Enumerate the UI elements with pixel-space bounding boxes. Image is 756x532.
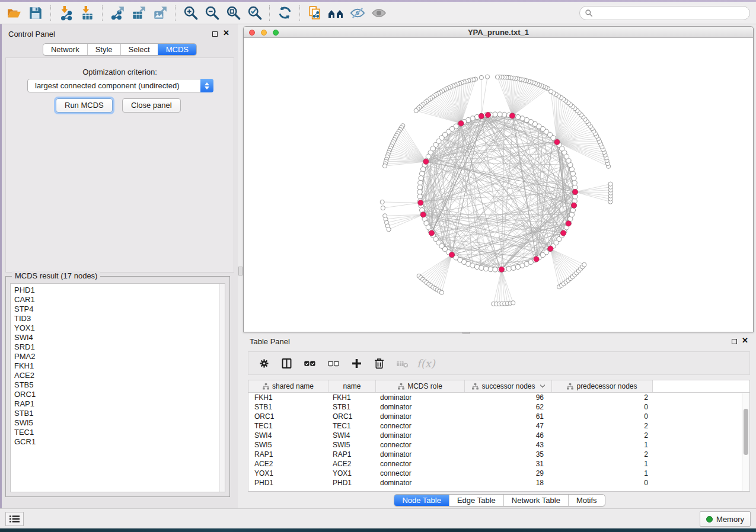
toolbar-separator	[50, 5, 51, 21]
result-scrollbar[interactable]	[219, 284, 225, 492]
search-icon	[585, 9, 593, 17]
gear-icon[interactable]	[258, 357, 270, 370]
cell-mcds-role: connector	[376, 459, 465, 469]
run-mcds-button[interactable]: Run MCDS	[56, 98, 113, 113]
zoom-selected-icon[interactable]	[244, 4, 265, 22]
cell-predecessor-nodes: 0	[552, 478, 653, 488]
close-panel-icon[interactable]: ✕	[223, 29, 229, 37]
table-row[interactable]: SWI5SWI5connector431	[248, 440, 749, 450]
table-row[interactable]: PHD1PHD1dominator180	[248, 478, 749, 488]
zoom-fit-icon[interactable]	[222, 4, 244, 22]
add-column-icon[interactable]	[350, 357, 363, 370]
column-header-MCDS-role[interactable]: MCDS role	[376, 380, 465, 392]
function-builder-icon: f(x)	[417, 357, 435, 370]
table-row[interactable]: TEC1TEC1connector472	[248, 421, 749, 431]
tab-network[interactable]: Network	[43, 44, 87, 55]
columns-icon[interactable]	[280, 357, 293, 370]
table-row[interactable]: ACE2ACE2connector311	[248, 459, 749, 469]
import-table-icon[interactable]	[76, 4, 98, 22]
cell-successor-nodes: 18	[465, 478, 552, 488]
search-box	[579, 6, 750, 20]
select-all-icon[interactable]	[303, 357, 317, 370]
cell-name: RAP1	[328, 450, 376, 459]
float-window-icon[interactable]	[212, 31, 218, 37]
result-node-item[interactable]: FKH1	[11, 361, 225, 371]
table-row[interactable]: STB1STB1dominator620	[248, 402, 749, 412]
delete-icon[interactable]	[373, 357, 385, 370]
tab-style[interactable]: Style	[87, 44, 120, 55]
export-table-icon[interactable]	[128, 4, 149, 22]
tab-node-table[interactable]: Node Table	[394, 495, 449, 506]
tab-mcds[interactable]: MCDS	[158, 44, 196, 55]
table-row[interactable]: SWI4SWI4dominator462	[248, 431, 749, 440]
export-image-icon[interactable]	[149, 4, 171, 22]
table-row[interactable]: RAP1RAP1dominator352	[248, 450, 749, 459]
result-node-item[interactable]: ORC1	[11, 390, 225, 399]
import-network-icon[interactable]	[55, 4, 76, 22]
zoom-in-icon[interactable]	[180, 4, 201, 22]
cell-mcds-role: connector	[376, 440, 465, 450]
refresh-icon[interactable]	[274, 4, 295, 22]
network-canvas[interactable]	[244, 39, 753, 332]
result-node-item[interactable]: SWI4	[11, 333, 225, 342]
open-file-icon[interactable]	[4, 4, 25, 22]
result-node-item[interactable]: CAR1	[11, 295, 225, 305]
column-header-successor-nodes[interactable]: successor nodes	[465, 380, 552, 392]
tab-network-table[interactable]: Network Table	[503, 495, 568, 506]
result-node-item[interactable]: TEC1	[11, 428, 225, 437]
column-header-predecessor-nodes[interactable]: predecessor nodes	[552, 380, 653, 392]
float-window-icon[interactable]	[732, 339, 737, 344]
two-houses-icon[interactable]	[326, 4, 347, 22]
scrollbar-thumb[interactable]	[744, 409, 748, 455]
node-table: shared namenameMCDS rolesuccessor nodesp…	[248, 380, 750, 492]
table-row[interactable]: FKH1FKH1dominator962	[248, 393, 749, 402]
tab-motifs[interactable]: Motifs	[568, 495, 605, 506]
toolbar-separator	[299, 5, 300, 21]
delete-table-icon	[395, 357, 409, 370]
result-node-item[interactable]: YOX1	[11, 323, 225, 333]
vertical-splitter-handle[interactable]	[238, 267, 243, 275]
export-network-icon[interactable]	[107, 4, 128, 22]
column-header-shared-name[interactable]: shared name	[248, 380, 328, 392]
table-row[interactable]: YOX1YOX1connector291	[248, 469, 749, 478]
result-node-item[interactable]: RAP1	[11, 399, 225, 409]
result-node-item[interactable]: STB1	[11, 409, 225, 418]
table-toolbar: f(x)	[248, 351, 750, 375]
result-node-item[interactable]: ACE2	[11, 371, 225, 380]
tab-edge-table[interactable]: Edge Table	[449, 495, 503, 506]
save-session-icon[interactable]	[25, 4, 46, 22]
result-node-item[interactable]: STB5	[11, 380, 225, 390]
cell-filler	[653, 421, 749, 431]
show-panels-list-button[interactable]	[5, 512, 24, 526]
network-from-selection-icon[interactable]	[304, 4, 326, 22]
column-header-name[interactable]: name	[328, 380, 376, 392]
deselect-all-icon[interactable]	[327, 357, 340, 370]
tab-select[interactable]: Select	[120, 44, 158, 55]
show-all-icon[interactable]	[368, 4, 390, 22]
hide-selected-icon[interactable]	[347, 4, 368, 22]
close-panel-icon[interactable]: ✕	[742, 336, 748, 345]
cell-name: SWI4	[328, 431, 376, 440]
table-row[interactable]: ORC1ORC1dominator610	[248, 412, 749, 421]
zoom-out-icon[interactable]	[201, 4, 222, 22]
select-stepper-icon	[200, 79, 213, 92]
search-input[interactable]	[579, 6, 750, 20]
result-node-item[interactable]: SWI5	[11, 418, 225, 428]
table-scrollbar[interactable]	[742, 393, 749, 491]
result-node-item[interactable]: SRD1	[11, 342, 225, 352]
mcds-result-list: PHD1CAR1STP4TID3YOX1SWI4SRD1PMA2FKH1ACE2…	[10, 283, 225, 492]
control-panel: Control Panel ✕ NetworkStyleSelectMCDS O…	[2, 24, 238, 508]
memory-button[interactable]: Memory	[700, 511, 751, 527]
result-node-item[interactable]: GCR1	[11, 437, 225, 447]
cell-name: TEC1	[328, 421, 376, 431]
result-node-item[interactable]: PHD1	[11, 286, 225, 295]
cell-shared-name: ACE2	[248, 459, 328, 469]
result-node-item[interactable]: TID3	[11, 314, 225, 323]
result-node-item[interactable]: PMA2	[11, 352, 225, 361]
result-node-item[interactable]: STP4	[11, 305, 225, 314]
cell-predecessor-nodes: 2	[552, 431, 653, 440]
close-panel-button[interactable]: Close panel	[122, 98, 181, 113]
cell-shared-name: RAP1	[248, 450, 328, 459]
network-titlebar[interactable]: YPA_prune.txt_1	[244, 27, 753, 38]
criterion-select[interactable]: largest connected component (undirected)	[27, 79, 213, 92]
